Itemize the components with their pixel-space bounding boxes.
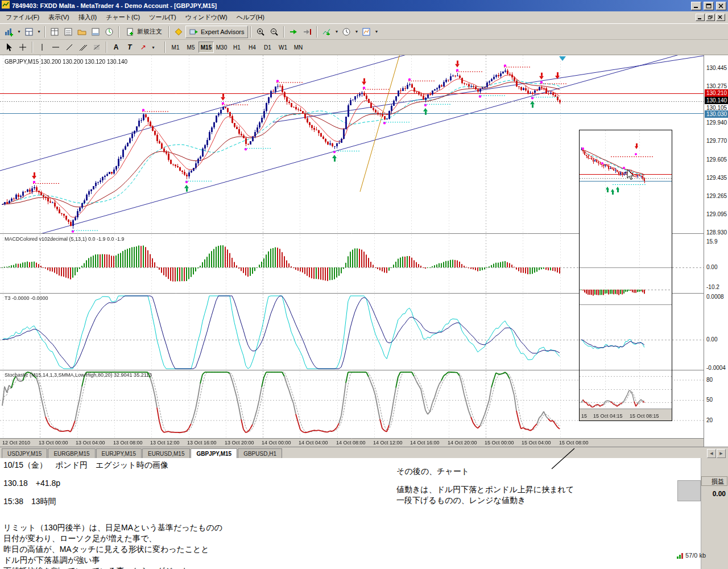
menu-file[interactable]: ファイル(F) <box>1 11 44 24</box>
channel-tool-button[interactable] <box>76 41 90 53</box>
last-price-badge: 130.140 <box>705 97 728 104</box>
zoom-in-button[interactable] <box>254 26 267 38</box>
profiles-dropdown[interactable]: ▾ <box>36 26 42 38</box>
tab-scroll-left-button[interactable]: ◀ <box>707 449 716 458</box>
note-exit-reasons: リミット（130円後半）は、日足MAという基準だったものの 日付が変わり、ローソ… <box>3 522 222 569</box>
menu-view[interactable]: 表示(V) <box>44 11 74 24</box>
toolbar-standard: ▾ ▾ 新規注文 Expert Advisors ▾ ▾ ▾ <box>0 24 728 40</box>
price-axis: 130.445 130.275 130.210 130.140 130.105 … <box>704 55 728 447</box>
toolbar-separator <box>164 42 166 53</box>
price-tick: 129.770 <box>706 138 727 144</box>
macd-axis-tick: 15.9 <box>706 238 717 245</box>
toolbar-separator <box>250 26 251 38</box>
timeframe-d1-button[interactable]: D1 <box>260 42 275 53</box>
vertical-line-tool-button[interactable] <box>35 41 49 53</box>
menu-charts[interactable]: チャート(C) <box>101 11 144 24</box>
mdi-minimize-button[interactable] <box>696 14 705 21</box>
timeframe-mn-button[interactable]: MN <box>291 42 306 53</box>
toolbar-separator <box>118 26 119 38</box>
time-label: 13 Oct 20:00 <box>225 440 254 446</box>
new-chart-button[interactable] <box>2 26 16 38</box>
price-tick: 129.095 <box>706 211 727 217</box>
inset-time-label: 15 Oct 08:15 <box>630 413 659 419</box>
strategy-tester-button[interactable] <box>102 26 116 38</box>
periods-button[interactable] <box>340 26 353 38</box>
arrows-tool-button[interactable]: ↗ <box>136 41 150 53</box>
toolbar-separator <box>32 42 33 53</box>
metaeditor-button[interactable] <box>172 26 185 38</box>
minimize-button[interactable] <box>691 2 701 10</box>
periods-dropdown[interactable]: ▾ <box>353 26 359 38</box>
terminal-button[interactable] <box>89 26 102 38</box>
toolbar-separator <box>283 26 284 38</box>
inset-time-label: 15 Oct 04:15 <box>593 413 623 419</box>
close-button[interactable] <box>716 2 726 10</box>
timeframe-m5-button[interactable]: M5 <box>183 42 198 53</box>
inset-time-label: 15 <box>581 413 587 419</box>
bid-price-badge: 130.210 <box>705 89 728 97</box>
timeframe-m30-button[interactable]: M30 <box>214 42 229 53</box>
time-label: 15 Oct 04:00 <box>522 440 551 446</box>
tab-usdjpy-m15[interactable]: USDJPY,M15 <box>2 448 47 458</box>
time-label: 14 Oct 20:00 <box>448 440 477 446</box>
navigator-button[interactable] <box>75 26 89 38</box>
indicators-dropdown[interactable]: ▾ <box>333 26 340 38</box>
timeframe-h1-button[interactable]: H1 <box>229 42 245 53</box>
horizontal-line-tool-button[interactable] <box>49 41 63 53</box>
line-price-badge: 130.030 <box>705 110 728 118</box>
tab-eurusd-m15[interactable]: EURUSD,M15 <box>142 448 190 458</box>
text-tool-button[interactable]: A <box>109 41 123 53</box>
indicators-button[interactable] <box>320 26 333 38</box>
text-label-tool-button[interactable]: T <box>123 41 136 53</box>
t3-axis-tick: 0.0008 <box>706 294 724 300</box>
tab-gbpjpy-m15[interactable]: GBPJPY,M15 <box>191 448 237 458</box>
timeframe-m1-button[interactable]: M1 <box>168 42 183 53</box>
cursor-tool-button[interactable] <box>2 41 16 53</box>
t3-indicator-label: T3 -0.0000 -0.0000 <box>5 295 48 301</box>
timeframe-m15-button[interactable]: M15 <box>198 42 214 53</box>
menu-tools[interactable]: ツール(T) <box>144 11 181 24</box>
menu-window[interactable]: ウィンドウ(W) <box>181 11 232 24</box>
maximize-button[interactable] <box>704 2 714 10</box>
auto-scroll-button[interactable] <box>287 26 300 38</box>
time-label: 13 Oct 12:00 <box>150 440 180 446</box>
menu-insert[interactable]: 挿入(I) <box>74 11 101 24</box>
price-tick: 129.435 <box>706 175 727 181</box>
toolbar-separator <box>106 42 107 53</box>
mdi-close-button[interactable] <box>716 14 725 21</box>
metatrader-window: 7849403: FXDD Malta - MetaTrader 4 - Dem… <box>0 0 728 569</box>
menu-help[interactable]: ヘルプ(H) <box>232 11 269 24</box>
zoom-out-button[interactable] <box>267 26 281 38</box>
toolbar-separator <box>44 26 46 38</box>
arrows-tool-dropdown[interactable]: ▾ <box>150 41 156 53</box>
price-tick: 130.445 <box>706 65 727 71</box>
stoch-axis-tick: 50 <box>706 397 713 403</box>
mdi-restore-button[interactable] <box>706 14 715 21</box>
chart-shift-button[interactable] <box>300 26 314 38</box>
templates-dropdown[interactable]: ▾ <box>373 26 379 38</box>
note-title: 10/15（金） ポンド円 エグジット時の画像 <box>3 460 168 471</box>
note-after-body: 値動きは、ドル円下落とポンドル上昇に挟まれて 一段下げるものの、レンジな値動き <box>396 484 574 506</box>
tab-gbpusd-h1[interactable]: GBPUSD,H1 <box>238 448 282 458</box>
expert-advisors-button[interactable]: Expert Advisors <box>185 26 248 38</box>
templates-button[interactable] <box>359 26 373 38</box>
time-label: 13 Oct 04:00 <box>76 440 105 446</box>
tab-eurjpy-m15[interactable]: EURJPY,M15 <box>96 448 142 458</box>
new-chart-dropdown[interactable]: ▾ <box>16 26 22 38</box>
tab-eurgbp-m15[interactable]: EURGBP,M15 <box>48 448 95 458</box>
timeframe-w1-button[interactable]: W1 <box>275 42 291 53</box>
crosshair-tool-button[interactable] <box>16 41 30 53</box>
timeframe-h4-button[interactable]: H4 <box>245 42 260 53</box>
trendline-tool-button[interactable] <box>63 41 76 53</box>
macd-axis-tick: -10.2 <box>706 284 719 290</box>
new-order-button[interactable]: 新規注文 <box>122 26 166 38</box>
connection-bars-icon <box>677 553 683 559</box>
data-window-button[interactable] <box>61 26 75 38</box>
tab-scroll-right-button[interactable]: ▶ <box>717 449 726 458</box>
profiles-button[interactable] <box>22 26 36 38</box>
fibonacci-tool-button[interactable] <box>90 41 104 53</box>
price-tick: 129.265 <box>706 193 727 199</box>
t3-axis-tick: 0.00 <box>706 336 717 343</box>
note-price: 130.18 +41.8p <box>3 478 60 489</box>
market-watch-button[interactable] <box>48 26 61 38</box>
